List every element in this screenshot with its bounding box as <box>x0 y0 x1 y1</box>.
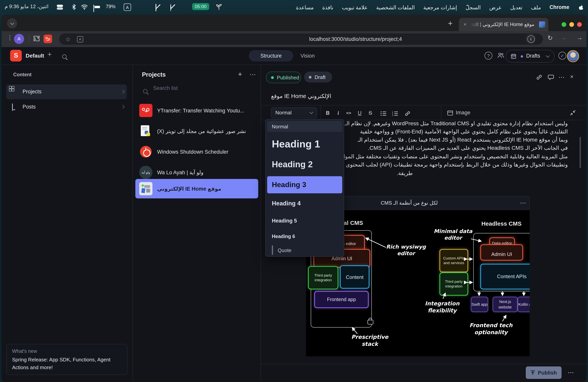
list-item-random-images[interactable]: نشر صور عشوائية من مجلد إلى تويتر (X) <box>135 122 258 140</box>
chip-published[interactable]: Published <box>266 72 301 83</box>
insert-image-button[interactable]: Image <box>456 110 470 116</box>
listpane-title: Projects <box>142 71 166 78</box>
italic-button[interactable]: i <box>337 110 339 116</box>
list-item-shutdown-scheduler[interactable]: Windows Shutdown Scheduler <box>135 142 258 161</box>
chrome-menu-icon[interactable]: ⋮ <box>7 34 13 41</box>
traffic-light-close[interactable] <box>577 22 582 27</box>
menu-profiles[interactable]: الملفات الشخصية <box>376 4 415 10</box>
list-item-ytransfer[interactable]: YTransfer: Transfer Watching Youtu... <box>135 101 258 120</box>
menu-item-heading6[interactable]: Heading 6 <box>267 230 342 243</box>
red-extension-icon[interactable] <box>43 35 52 43</box>
tab-search-button[interactable] <box>7 18 17 28</box>
menu-edit[interactable]: تعديل <box>510 4 523 10</box>
insert-link-button[interactable] <box>404 110 411 117</box>
apple-menu-icon[interactable] <box>578 4 583 10</box>
listpane-menu-button[interactable]: ⋯ <box>250 71 256 78</box>
translate-icon[interactable]: A <box>77 36 83 42</box>
release-dot <box>521 55 523 57</box>
menu-tab[interactable]: علامة تبويب <box>342 4 368 10</box>
document-title[interactable]: موقع IE Home الإلكتروني <box>271 93 331 100</box>
image-block-menu-icon[interactable]: ⋯ <box>520 199 526 207</box>
forward-icon[interactable]: → <box>576 34 583 41</box>
strikethrough-button[interactable]: S <box>369 110 372 116</box>
tab-vision[interactable]: Vision <box>295 50 320 62</box>
search-input[interactable] <box>152 85 243 91</box>
menu-window[interactable]: نافذة <box>322 4 333 10</box>
search-icon[interactable] <box>62 53 66 60</box>
traffic-light-minimize[interactable] <box>562 22 566 27</box>
bold-button[interactable]: B <box>326 110 330 116</box>
menu-chrome[interactable]: Chrome <box>549 4 569 10</box>
body-line[interactable]: طريقة. <box>397 170 413 176</box>
menu-bookmarks[interactable]: إشارات مرجعية <box>423 4 457 10</box>
tab-structure[interactable]: Structure <box>249 50 293 62</box>
back-icon[interactable]: ← <box>562 34 568 41</box>
bookmark-star-icon[interactable]: ☆ <box>65 36 71 43</box>
workspace-name[interactable]: Default <box>26 53 44 59</box>
new-document-button[interactable]: + <box>47 50 52 59</box>
help-icon[interactable]: ? <box>484 52 492 60</box>
reload-icon[interactable]: ↻ <box>547 34 553 42</box>
plant-menubar-icon[interactable] <box>216 4 222 10</box>
bluetooth-icon[interactable] <box>72 4 76 10</box>
list-item-ie-home[interactable]: موقع IE Home الإلكتروني <box>135 179 258 198</box>
user-avatar[interactable] <box>567 50 579 62</box>
input-source-indicator[interactable]: A <box>124 3 131 11</box>
site-info-icon[interactable]: i <box>526 34 536 44</box>
toolbar-top-border <box>261 105 587 106</box>
battery-icon[interactable] <box>93 5 94 12</box>
menu-item-heading5[interactable]: Heading 5 <box>267 213 342 228</box>
listpane-add-button[interactable]: + <box>238 70 242 79</box>
profile-avatar[interactable]: A <box>14 34 24 44</box>
tab-title: موقع IE Home الإلكتروني | Default <box>471 21 534 27</box>
menu-item-heading2[interactable]: Heading 2 <box>267 155 342 174</box>
traffic-light-zoom[interactable] <box>569 22 574 27</box>
link-icon[interactable] <box>536 74 543 81</box>
menubar-menus: Chrome ملف تعديل عرض السجلّ إشارات مرجعي… <box>296 0 583 14</box>
new-tab-button[interactable]: + <box>448 19 452 28</box>
bullet-list-button[interactable] <box>380 111 387 116</box>
tab-close-icon[interactable]: × <box>463 21 466 27</box>
style-select[interactable]: Normal <box>271 107 317 118</box>
style-dropdown-menu: Normal Heading 1 Heading 2 Heading 3 Hea… <box>265 119 344 257</box>
wifi-icon[interactable] <box>81 4 88 10</box>
extensions-puzzle-icon[interactable] <box>33 35 40 42</box>
numbered-list-button[interactable]: 123 <box>392 111 398 116</box>
whats-new-title: What's new <box>12 349 37 354</box>
ytransfer-icon <box>139 104 152 117</box>
code-button[interactable]: <> <box>346 110 351 116</box>
menu-help[interactable]: مساعدة <box>296 4 314 10</box>
underline-button[interactable]: U <box>358 110 362 116</box>
timer-badge[interactable]: 05:00 <box>192 3 209 10</box>
menu-item-heading3-selected[interactable]: Heading 3 <box>267 176 342 193</box>
sidebar-item-posts[interactable]: Posts <box>6 100 127 114</box>
stage-manager-icon[interactable] <box>156 4 156 11</box>
footer-menu-icon[interactable]: ⋯ <box>568 369 574 376</box>
menu-item-normal[interactable]: Normal <box>267 121 342 132</box>
menu-file[interactable]: ملف <box>531 4 541 10</box>
menu-item-heading4[interactable]: Heading 4 <box>267 196 342 211</box>
menubar-clock[interactable]: اثنين، 12 مايو 9:36 م <box>5 3 48 9</box>
menu-history[interactable]: السجلّ <box>466 4 481 10</box>
tab-favicon <box>539 21 545 28</box>
menu-item-heading1[interactable]: Heading 1 <box>267 134 342 154</box>
close-pane-icon[interactable]: × <box>570 73 574 80</box>
editor-scrollbar[interactable] <box>579 137 581 168</box>
sanity-logo[interactable]: S <box>10 50 22 62</box>
chip-draft[interactable]: Draft <box>304 72 332 83</box>
address-bar[interactable]: ☆ A localhost:3000/studio/structure/proj… <box>59 33 543 45</box>
sidebar-item-projects[interactable]: Projects <box>6 85 127 99</box>
comments-icon[interactable] <box>547 74 554 81</box>
publish-button[interactable]: Publish <box>526 366 562 379</box>
menu-item-quote[interactable]: Quote <box>272 245 342 255</box>
document-menu-icon[interactable]: ⋯ <box>558 74 565 81</box>
collapse-editor-icon[interactable] <box>570 110 576 116</box>
tasks-check-icon[interactable]: ✓ <box>558 52 566 60</box>
users-icon[interactable] <box>497 52 504 59</box>
whats-new-card[interactable]: What's new Spring Release: App SDK, Func… <box>6 344 127 375</box>
url-text[interactable]: localhost:3000/studio/structure/project;… <box>309 36 402 42</box>
browser-tab[interactable]: × موقع IE Home الإلكتروني | Default <box>459 18 548 31</box>
releases-menu[interactable]: Drafts <box>505 50 555 63</box>
menu-view[interactable]: عرض <box>489 4 502 10</box>
focus-mode-icon[interactable] <box>170 4 171 11</box>
